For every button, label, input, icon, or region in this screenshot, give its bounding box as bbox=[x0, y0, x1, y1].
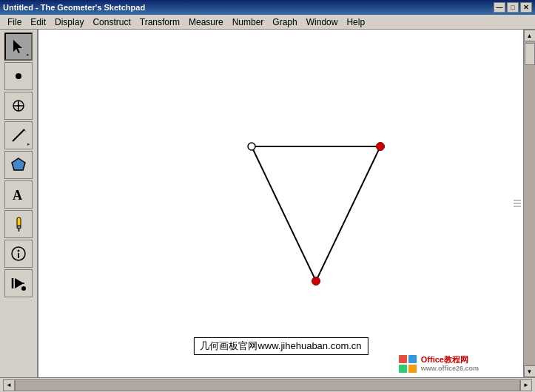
titlebar-controls: — □ ✕ bbox=[494, 2, 532, 13]
scrollbar-decoration bbox=[511, 197, 523, 210]
menu-item-graph[interactable]: Graph bbox=[268, 16, 301, 29]
menubar: FileEditDisplayConstructTransformMeasure… bbox=[0, 15, 535, 30]
office-logo: Office教程网 www.office26.com bbox=[397, 354, 479, 374]
scroll-track bbox=[524, 41, 536, 365]
minimize-button[interactable]: — bbox=[494, 2, 505, 13]
svg-marker-9 bbox=[12, 158, 25, 170]
tool-line[interactable]: ▸ bbox=[4, 121, 33, 149]
tool-marker[interactable] bbox=[4, 210, 33, 238]
svg-point-15 bbox=[18, 250, 20, 252]
tool-compass[interactable] bbox=[4, 92, 33, 120]
scroll-down-button[interactable]: ▼ bbox=[524, 365, 536, 377]
scrollbar-right: ▲ ▼ bbox=[523, 30, 535, 377]
tool-point[interactable] bbox=[4, 62, 33, 90]
svg-point-20 bbox=[23, 283, 24, 284]
titlebar: Untitled - The Geometer's Sketchpad — □ … bbox=[0, 0, 535, 15]
main-layout: ▸▸A 几何画板官网www.jihehuaban.com.cn bbox=[0, 30, 535, 377]
svg-line-7 bbox=[13, 129, 24, 141]
canvas-svg bbox=[38, 30, 523, 377]
canvas-area: 几何画板官网www.jihehuaban.com.cn Office教程网 ww… bbox=[38, 30, 523, 377]
vertex-c[interactable] bbox=[312, 277, 320, 285]
scroll-thumb[interactable] bbox=[525, 43, 535, 65]
svg-rect-25 bbox=[408, 365, 417, 373]
svg-point-2 bbox=[16, 73, 21, 79]
svg-point-19 bbox=[21, 286, 26, 291]
tool-text[interactable]: A bbox=[4, 180, 33, 209]
tool-select[interactable]: ▸ bbox=[4, 33, 33, 61]
menu-item-display[interactable]: Display bbox=[50, 16, 88, 29]
svg-marker-0 bbox=[13, 40, 22, 53]
menu-item-help[interactable]: Help bbox=[342, 16, 369, 29]
office-icon bbox=[397, 354, 418, 374]
tool-polygon[interactable] bbox=[4, 151, 33, 179]
statusbar: ◄ ► bbox=[0, 377, 535, 392]
menu-item-measure[interactable]: Measure bbox=[184, 16, 228, 29]
svg-rect-12 bbox=[17, 226, 21, 229]
menu-item-window[interactable]: Window bbox=[302, 16, 343, 29]
svg-text:A: A bbox=[13, 188, 22, 203]
scroll-up-button[interactable]: ▲ bbox=[524, 30, 536, 41]
scroll-right-button[interactable]: ► bbox=[520, 379, 532, 391]
svg-rect-23 bbox=[408, 355, 417, 363]
vertex-b[interactable] bbox=[377, 143, 385, 151]
watermark: 几何画板官网www.jihehuaban.com.cn bbox=[193, 337, 368, 355]
menu-item-file[interactable]: File bbox=[3, 16, 26, 29]
corner-arrow-icon: ▸ bbox=[27, 141, 30, 147]
hscroll-track bbox=[15, 379, 520, 391]
menu-item-construct[interactable]: Construct bbox=[88, 16, 135, 29]
tool-info[interactable] bbox=[4, 240, 33, 268]
close-button[interactable]: ✕ bbox=[520, 2, 532, 13]
triangle-shape bbox=[252, 146, 380, 281]
vertex-a[interactable] bbox=[248, 143, 255, 150]
corner-arrow-icon: ▸ bbox=[27, 52, 30, 58]
svg-rect-24 bbox=[399, 365, 407, 373]
svg-point-6 bbox=[18, 105, 20, 107]
toolbar: ▸▸A bbox=[0, 30, 38, 377]
svg-rect-16 bbox=[18, 253, 19, 258]
title-text: Untitled - The Geometer's Sketchpad bbox=[3, 3, 145, 12]
maximize-button[interactable]: □ bbox=[507, 2, 519, 13]
menu-item-edit[interactable]: Edit bbox=[26, 16, 50, 29]
tool-animation[interactable] bbox=[4, 269, 33, 297]
scroll-left-button[interactable]: ◄ bbox=[3, 379, 15, 391]
office-text: Office教程网 www.office26.com bbox=[421, 355, 479, 373]
menu-item-number[interactable]: Number bbox=[228, 16, 269, 29]
svg-rect-22 bbox=[399, 355, 407, 363]
menu-item-transform[interactable]: Transform bbox=[135, 16, 184, 29]
